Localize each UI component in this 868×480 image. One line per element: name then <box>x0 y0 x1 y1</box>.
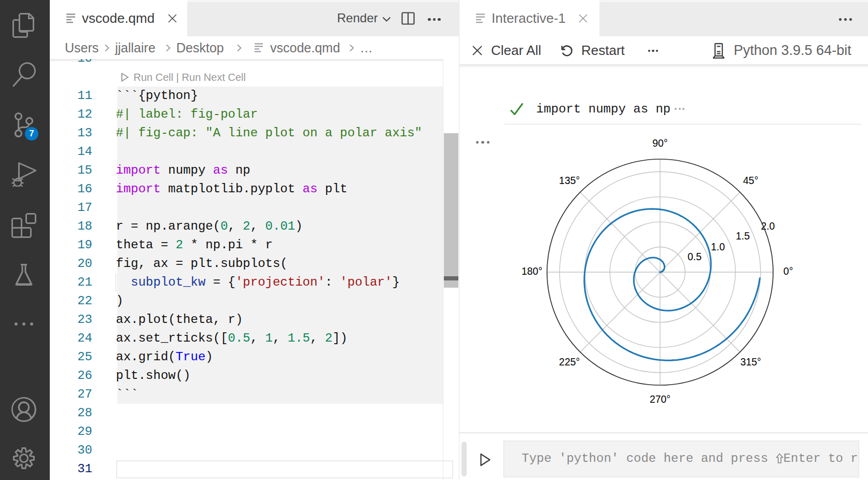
svg-text:1.5: 1.5 <box>735 230 749 241</box>
svg-text:0.5: 0.5 <box>688 250 702 262</box>
svg-text:45°: 45° <box>743 175 758 186</box>
svg-text:1.0: 1.0 <box>711 241 725 252</box>
svg-text:180°: 180° <box>521 265 542 277</box>
svg-text:135°: 135° <box>559 175 580 186</box>
svg-text:0°: 0° <box>783 265 793 277</box>
svg-text:225°: 225° <box>559 356 580 367</box>
svg-text:315°: 315° <box>740 356 761 367</box>
svg-text:90°: 90° <box>652 137 667 148</box>
svg-text:270°: 270° <box>649 393 670 405</box>
